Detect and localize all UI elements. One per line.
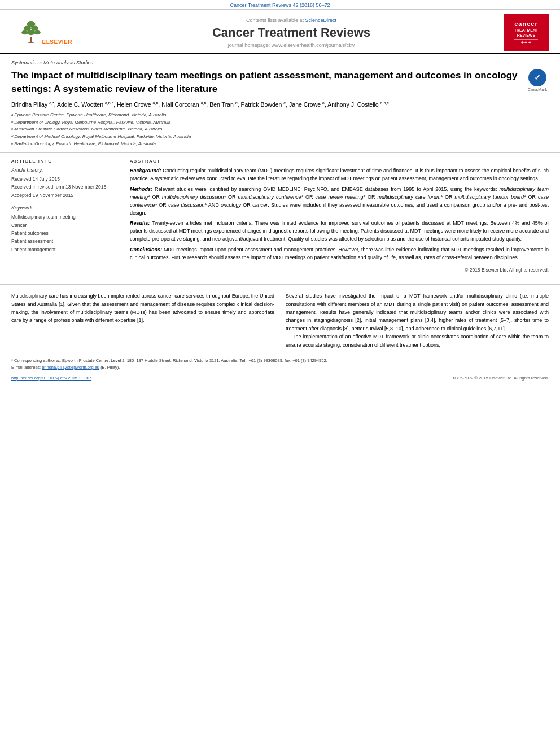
keyword-1: Multidisciplinary team meeting [11, 213, 112, 221]
elsevier-wordmark: ELSEVIER [42, 39, 72, 45]
received-date: Received 14 July 2015 [11, 175, 112, 183]
authors-text: Brindha Pillay a,*, Addie C. Wootten a,b… [11, 101, 389, 108]
main-text-section: Multidisciplinary care has increasingly … [0, 285, 560, 355]
cancer-treatment-logo: cancer TREATMENT REVIEWS ◆ ◆ ◆ [504, 14, 549, 51]
affiliation-d: d Department of Medical Oncology, Royal … [11, 133, 549, 141]
keyword-5: Patient management [11, 246, 112, 254]
article-dates: Received 14 July 2015 Received in revise… [11, 175, 112, 199]
background-text: Conducting regular multidisciplinary tea… [130, 168, 549, 181]
svg-point-4 [27, 29, 36, 34]
intro-para-3: The implementation of an effective MDT f… [286, 333, 549, 349]
abstract-heading: ABSTRACT [130, 159, 549, 164]
intro-para-1: Multidisciplinary care has increasingly … [11, 292, 274, 325]
methods-label: Methods: [130, 186, 152, 192]
elsevier-logo: ELSEVIER [17, 18, 73, 47]
authors-list: Brindha Pillay a,*, Addie C. Wootten a,b… [11, 101, 549, 110]
revised-date: Received in revised form 13 November 201… [11, 183, 112, 191]
history-label: Article history: [11, 167, 112, 173]
background-label: Background: [130, 168, 161, 173]
abstract-col: ABSTRACT Background: Conducting regular … [121, 159, 549, 278]
journal-homepage: journal homepage: www.elsevierhealth.com… [85, 42, 498, 48]
main-col-left: Multidisciplinary care has increasingly … [11, 292, 274, 349]
article-info-col: ARTICLE INFO Article history: Received 1… [11, 159, 121, 278]
journal-citation: Cancer Treatment Reviews 42 (2016) 56–72 [230, 2, 330, 8]
page: Cancer Treatment Reviews 42 (2016) 56–72… [0, 0, 560, 383]
crossmark[interactable]: ✓ CrossMark [526, 69, 549, 91]
keyword-2: Cancer [11, 221, 112, 229]
crossmark-label: CrossMark [528, 88, 547, 91]
article-type: Systematic or Meta-analysis Studies [11, 60, 549, 65]
email-address[interactable]: brindha.pillay@epworth.org.au [42, 365, 99, 370]
affiliation-a: a Epworth Prostate Centre, Epworth Healt… [11, 112, 549, 119]
keyword-4: Patient assessment [11, 237, 112, 245]
elsevier-tree-icon [20, 21, 42, 45]
abstract-results: Results: Twenty-seven articles met inclu… [130, 220, 549, 243]
journal-header: ELSEVIER Contents lists available at Sci… [0, 10, 560, 54]
intro-para-2: Several studies have investigated the im… [286, 292, 549, 333]
svg-rect-7 [28, 42, 33, 43]
results-label: Results: [130, 220, 150, 226]
corresponding-author-note: * Corresponding author at: Epworth Prost… [11, 357, 549, 364]
abstract-methods: Methods: Relevant studies were identifie… [130, 186, 549, 217]
accepted-date: Accepted 19 November 2015 [11, 191, 112, 199]
email-note: E-mail address: brindha.pillay@epworth.o… [11, 364, 549, 371]
journal-title: Cancer Treatment Reviews [85, 25, 498, 40]
affiliation-e: e Radiation Oncology, Epworth Healthcare… [11, 141, 549, 148]
doi-link[interactable]: http://dx.doi.org/10.1016/j.ctrv.2015.11… [11, 375, 91, 381]
journal-header-center: Contents lists available at ScienceDirec… [79, 18, 504, 48]
keywords-section: Keywords: Multidisciplinary team meeting… [11, 205, 112, 254]
svg-point-5 [34, 30, 41, 34]
copyright: © 2015 Elsevier Ltd. All rights reserved… [130, 267, 549, 274]
abstract-text: Background: Conducting regular multidisc… [130, 167, 549, 274]
footer-bottom: http://dx.doi.org/10.1016/j.ctrv.2015.11… [0, 374, 560, 383]
keyword-3: Patient outcomes [11, 229, 112, 237]
methods-text: Relevant studies were identified by sear… [130, 186, 549, 216]
anthony-author: Anthony [327, 101, 349, 108]
main-col-right: Several studies have investigated the im… [286, 292, 549, 349]
elsevier-branding: ELSEVIER [11, 18, 79, 47]
keywords-label: Keywords: [11, 205, 112, 211]
conclusions-label: Conclusions: [130, 247, 162, 252]
issn-text: 0305-7372/© 2015 Elsevier Ltd. All right… [453, 375, 549, 381]
article-section: Systematic or Meta-analysis Studies The … [0, 54, 560, 153]
sciencedirect-link[interactable]: Contents lists available at ScienceDirec… [85, 18, 498, 23]
conclusions-text: MDT meetings impact upon patient assessm… [130, 247, 549, 260]
cancer-logo-text: cancer TREATMENT REVIEWS ◆ ◆ ◆ [514, 20, 539, 45]
top-bar: Cancer Treatment Reviews 42 (2016) 56–72 [0, 0, 560, 10]
abstract-background: Background: Conducting regular multidisc… [130, 167, 549, 183]
abstract-conclusions: Conclusions: MDT meetings impact upon pa… [130, 246, 549, 262]
article-title-row: The impact of multidisciplinary team mee… [11, 69, 549, 96]
contents-text: Contents lists available at [246, 18, 304, 23]
affiliation-b: b Department of Urology, Royal Melbourne… [11, 119, 549, 126]
article-info-abstract: ARTICLE INFO Article history: Received 1… [0, 153, 560, 285]
crossmark-icon: ✓ [528, 69, 546, 86]
sciencedirect-label: ScienceDirect [305, 18, 337, 23]
email-attribution: (B. Pillay). [100, 365, 120, 370]
email-label: E-mail address: [11, 365, 42, 370]
affiliations: a Epworth Prostate Centre, Epworth Healt… [11, 112, 549, 148]
footnote-section: * Corresponding author at: Epworth Prost… [0, 355, 560, 374]
article-title: The impact of multidisciplinary team mee… [11, 69, 526, 96]
results-text: Twenty-seven articles met inclusion crit… [130, 220, 549, 242]
affiliation-c: c Australian Prostate Cancer Research, N… [11, 126, 549, 133]
article-info-heading: ARTICLE INFO [11, 159, 112, 164]
